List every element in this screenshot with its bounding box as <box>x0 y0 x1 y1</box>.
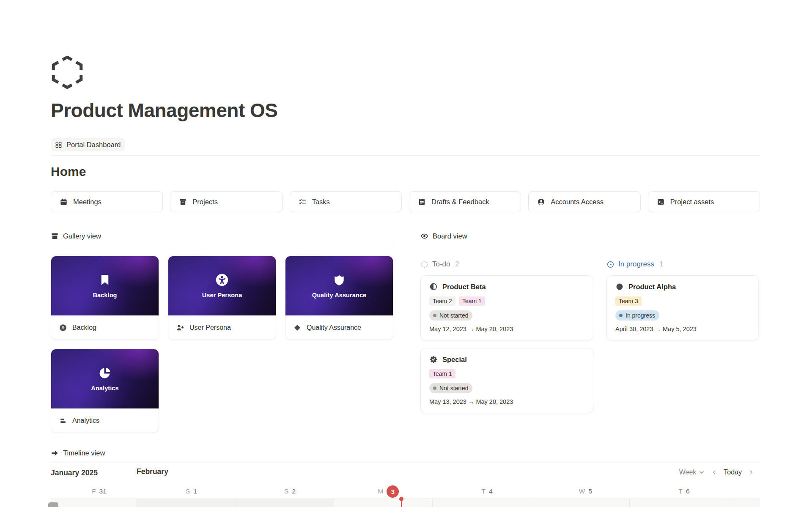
today-indicator-pin <box>401 499 402 507</box>
pie-chart-icon <box>98 366 112 380</box>
card-title: Quality Assurance <box>307 324 361 332</box>
tab-divider <box>51 155 760 156</box>
status-label: Not started <box>439 311 468 320</box>
terminal-icon <box>657 198 665 206</box>
page-title: Product Management OS <box>51 98 760 123</box>
today-button[interactable]: Today <box>724 469 742 476</box>
cover-label: Quality Assurance <box>312 292 367 299</box>
bookmark-icon <box>98 273 112 287</box>
diamond-icon <box>293 323 302 332</box>
column-header-todo[interactable]: To-do 2 <box>420 259 593 270</box>
column-name: In progress <box>618 260 654 269</box>
arrow-right-icon <box>51 449 59 457</box>
card-cover-image: Backlog <box>51 256 159 315</box>
checklist-icon <box>299 198 307 206</box>
timeline-day-headers: F31 S1 S2 M 3 T4 W5 T6 <box>51 485 760 498</box>
card-title: Special <box>442 356 467 364</box>
archive-icon <box>51 232 59 240</box>
bars-icon <box>59 417 67 425</box>
day-header: S1 <box>137 485 235 498</box>
team-tag: Team 1 <box>429 369 455 378</box>
contrast-icon <box>429 282 438 291</box>
project-assets-button[interactable]: Project assets <box>648 191 760 212</box>
timeline-view-header[interactable]: Timeline view <box>51 447 760 458</box>
shield-icon <box>332 273 346 287</box>
status-label: In progress <box>625 311 655 320</box>
timeline-item-stub[interactable] <box>48 502 58 507</box>
board-card-product-alpha[interactable]: Product Alpha Team 3 In progress April 3… <box>606 275 759 340</box>
board-card-special[interactable]: Special Team 1 Not started May 13, 2023 … <box>420 348 593 413</box>
accounts-access-button[interactable]: Accounts Access <box>528 191 640 212</box>
tasks-button[interactable]: Tasks <box>290 191 402 212</box>
timeline-view-label: Timeline view <box>63 449 105 457</box>
board-column-in-progress: In progress 1 Product Alpha Team 3 <box>606 245 759 413</box>
button-label: Project assets <box>670 198 714 206</box>
status-badge: Not started <box>429 383 472 393</box>
chevron-down-icon <box>698 469 705 476</box>
calendar-icon <box>60 198 68 206</box>
cover-label: Backlog <box>93 292 117 299</box>
grid-line <box>235 499 236 507</box>
board-view-header[interactable]: Board view <box>420 230 759 245</box>
circle-play-icon <box>606 260 614 269</box>
arrow-up-circle-icon <box>59 323 67 332</box>
card-cover-image: Analytics <box>51 349 159 408</box>
drafts-feedback-button[interactable]: Drafts & Feedback <box>409 191 521 212</box>
dashed-circle-icon <box>420 260 428 269</box>
status-dot <box>433 314 436 317</box>
date-range: May 12, 2023 → May 20, 2023 <box>429 326 584 332</box>
status-dot <box>433 386 436 390</box>
day-header-today: M 3 <box>334 485 432 498</box>
card-title: Backlog <box>72 324 96 332</box>
month-label-january: January 2025 <box>51 469 98 477</box>
board-view-label: Board view <box>433 232 467 240</box>
person-plus-icon <box>176 323 184 332</box>
board-column-todo: To-do 2 Product Beta <box>420 245 593 413</box>
team-tag: Team 1 <box>459 296 485 306</box>
notepad-icon <box>418 198 426 206</box>
home-heading: Home <box>51 164 760 180</box>
status-badge: In progress <box>615 310 659 321</box>
board-card-product-beta[interactable]: Product Beta Team 2 Team 1 Not started <box>420 275 593 340</box>
month-label-february: February <box>137 467 168 476</box>
weekend-shading <box>137 499 235 507</box>
status-dot <box>619 314 623 317</box>
grid-line <box>334 499 334 507</box>
card-cover-image: User Persona <box>168 256 276 315</box>
projects-button[interactable]: Projects <box>170 191 282 212</box>
tab-portal-dashboard[interactable]: Portal Dashboard <box>51 138 125 151</box>
zoom-level-dropdown[interactable]: Week <box>679 469 705 476</box>
day-header: W5 <box>531 485 629 498</box>
grid-line <box>629 499 630 507</box>
day-header: S2 <box>235 485 334 498</box>
date-range: May 13, 2023 → May 20, 2023 <box>429 398 584 405</box>
gallery-card-backlog[interactable]: Backlog Backlog <box>51 256 159 340</box>
chevron-left-icon[interactable] <box>711 469 718 476</box>
gallery-view-header[interactable]: Gallery view <box>51 230 393 245</box>
seal-check-icon <box>429 355 438 364</box>
column-name: To-do <box>432 260 450 269</box>
grid-line <box>432 499 433 507</box>
gallery-card-user-persona[interactable]: User Persona User Persona <box>168 256 276 340</box>
eye-icon <box>420 232 428 240</box>
card-title: Product Beta <box>442 283 486 291</box>
box-icon <box>179 198 187 206</box>
button-label: Meetings <box>73 198 102 206</box>
meetings-button[interactable]: Meetings <box>51 191 163 212</box>
status-label: Not started <box>439 384 468 392</box>
card-title: User Persona <box>189 324 231 332</box>
column-header-in-progress[interactable]: In progress 1 <box>606 259 759 270</box>
gallery-card-quality-assurance[interactable]: Quality Assurance Quality Assurance <box>285 256 393 340</box>
button-label: Projects <box>192 198 218 206</box>
column-count: 2 <box>455 260 459 268</box>
day-header: F31 <box>51 485 137 498</box>
chevron-right-icon[interactable] <box>748 469 754 476</box>
card-title: Analytics <box>72 417 99 425</box>
timeline-section: Timeline view January 2025 February Week… <box>51 447 760 507</box>
day-header: T4 <box>432 485 531 498</box>
gallery-card-analytics[interactable]: Analytics Analytics <box>51 349 159 433</box>
grid-icon <box>55 141 62 148</box>
today-date-badge: 3 <box>387 485 399 498</box>
zoom-level-label: Week <box>679 469 697 476</box>
team-tag: Team 2 <box>429 296 455 306</box>
